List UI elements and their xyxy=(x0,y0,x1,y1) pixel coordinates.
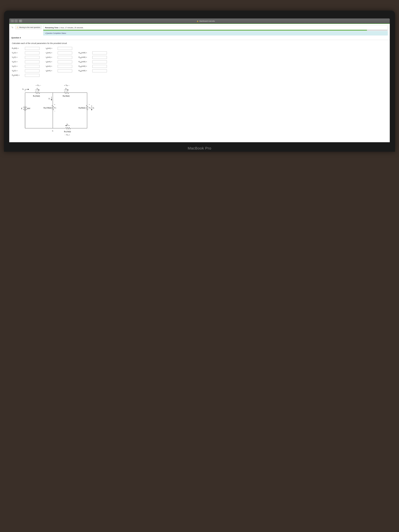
sidebar-toggle-button[interactable] xyxy=(19,19,22,22)
label-pr5: PR5(mW) = xyxy=(78,70,92,72)
progress-bar xyxy=(43,30,388,31)
label-v3: V3(V) = xyxy=(12,61,24,63)
input-v3[interactable] xyxy=(25,60,39,63)
question-instruction: Calculate each of the circuit parameters… xyxy=(12,42,387,44)
moving-question-notice: ⚠ Moving to the next question xyxy=(15,25,41,29)
input-rt[interactable] xyxy=(25,47,39,50)
url-bar[interactable]: blackboard.ncat.edu xyxy=(24,20,388,22)
parameter-grid: RT(kΩ) = IS(mA) = V1(V) = I1(mA) = PR1(m… xyxy=(12,47,107,77)
label-i3: I3(mA) = xyxy=(46,61,57,63)
circuit-c: C xyxy=(52,130,53,132)
back-button[interactable]: ‹ xyxy=(11,19,14,22)
svg-text:+: + xyxy=(89,103,90,106)
input-v4[interactable] xyxy=(25,65,39,68)
circuit-ev: 40V xyxy=(27,108,31,109)
label-v5: V5(V) = xyxy=(12,70,24,72)
question-number: Question 4 xyxy=(9,35,390,40)
input-i1[interactable] xyxy=(58,51,72,54)
input-is[interactable] xyxy=(58,47,72,50)
page-content: ↳ ⚠ Moving to the next question Remainin… xyxy=(9,24,390,142)
input-pr1[interactable] xyxy=(92,51,107,54)
completion-status-toggle[interactable]: Question Completion Status: xyxy=(43,31,388,35)
label-i5: I5(mA) = xyxy=(46,70,57,72)
lock-icon xyxy=(197,20,199,22)
circuit-r5: R₅(1kΩ) xyxy=(64,131,71,133)
input-i3[interactable] xyxy=(58,60,72,63)
circuit-v2: V₂ xyxy=(54,107,56,109)
label-rt: RT(kΩ) = xyxy=(12,47,24,50)
circuit-i2: I₂ xyxy=(48,97,50,100)
input-v5[interactable] xyxy=(25,70,39,72)
input-pr3[interactable] xyxy=(92,60,107,63)
circuit-v1: + V₁ − xyxy=(36,84,41,86)
input-i2[interactable] xyxy=(58,56,72,59)
label-pr3: PR3(mW) = xyxy=(78,61,92,63)
device-label: MacBook Pro xyxy=(9,142,390,152)
circuit-i1: I₁ xyxy=(37,88,38,90)
circuit-i5: I₅ xyxy=(66,123,68,125)
label-i4: I4(mA) = xyxy=(46,65,57,68)
forward-button[interactable]: › xyxy=(14,19,18,22)
circuit-r4: R₄(6kΩ) xyxy=(78,107,85,109)
input-i4[interactable] xyxy=(58,65,72,68)
url-text: blackboard.ncat.edu xyxy=(199,20,215,22)
circuit-v4: V₄ xyxy=(89,107,91,109)
label-i1: I1(mA) = xyxy=(46,52,57,54)
return-arrow-icon: ↳ xyxy=(11,26,14,29)
input-pr2[interactable] xyxy=(92,56,107,59)
input-v2[interactable] xyxy=(25,56,39,59)
label-v2: V2(V) = xyxy=(12,56,24,59)
circuit-e: E xyxy=(21,108,22,109)
label-i2: I2(mA) = xyxy=(46,56,57,59)
circuit-r1: R₁(5kΩ) xyxy=(33,95,40,97)
circuit-v5: − V₅ + xyxy=(65,134,70,136)
circuit-is: Iₛ xyxy=(22,88,24,90)
warning-icon: ⚠ xyxy=(17,26,19,29)
circuit-r2: R₂(10kΩ) xyxy=(44,107,51,109)
input-pr5[interactable] xyxy=(92,70,107,72)
label-is: IS(mA) = xyxy=(46,47,57,50)
input-pr4[interactable] xyxy=(92,65,107,68)
remaining-time: Remaining Time: 1 hour, 17 minutes, 25 s… xyxy=(43,25,388,30)
input-v1[interactable] xyxy=(25,51,39,54)
svg-text:+: + xyxy=(54,103,55,106)
circuit-i4: I₄ xyxy=(93,107,94,109)
label-pe: PE(mW) = xyxy=(12,74,24,76)
input-pe[interactable] xyxy=(25,74,39,77)
input-i5[interactable] xyxy=(58,70,72,72)
svg-text:−: − xyxy=(54,110,55,112)
svg-rect-0 xyxy=(20,20,21,22)
circuit-r3: R₃(3kΩ) xyxy=(63,95,70,97)
label-pr1: PR1(mW) = xyxy=(78,52,92,54)
label-pr2: PR2(mW) = xyxy=(78,56,92,59)
label-pr4: PR4(mW) = xyxy=(78,65,92,68)
browser-toolbar: ‹ › blackboard.ncat.edu xyxy=(9,19,390,24)
circuit-diagram: Iₛ I₁ + V₁ − R₁(5kΩ) I₂ R₂(10kΩ) + V₂ − … xyxy=(12,81,387,139)
circuit-i3: I₃ xyxy=(65,88,67,90)
circuit-v3: + V₃ − xyxy=(64,84,70,86)
label-v4: V4(V) = xyxy=(12,65,24,68)
label-v1: V1(V) = xyxy=(12,52,24,54)
